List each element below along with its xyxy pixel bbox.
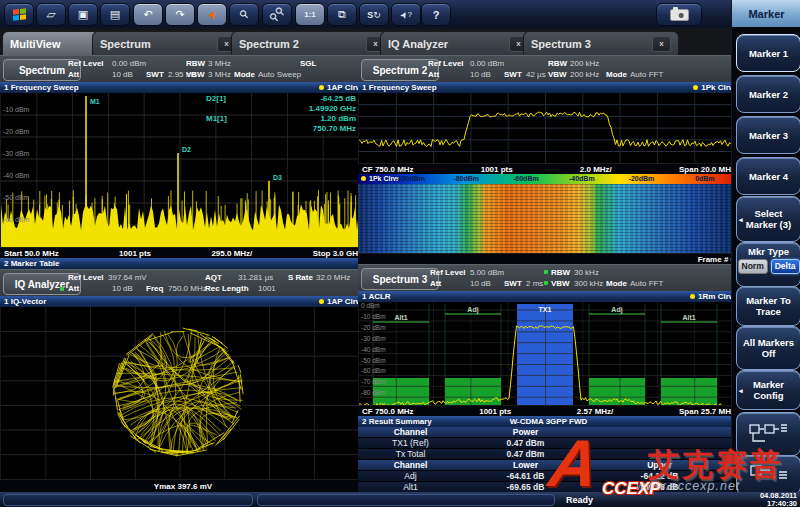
- svg-text:M1: M1: [90, 98, 100, 105]
- y-axis-tick: -40 dBm: [361, 346, 386, 353]
- label: AQT: [205, 273, 222, 282]
- print-button[interactable]: ▤: [100, 3, 130, 26]
- axis-per-division: 2.57 MHz/: [577, 407, 613, 416]
- svg-text:Alt1: Alt1: [682, 314, 695, 321]
- spectrogram-waterfall[interactable]: [358, 184, 731, 253]
- marker-table-titlebar[interactable]: 2 Marker Table: [0, 258, 366, 269]
- cell: Adj: [358, 471, 463, 481]
- value: 5.00 dBm: [470, 268, 504, 277]
- open-file-button[interactable]: ▱: [36, 3, 66, 26]
- value: 397.64 mV: [108, 273, 147, 282]
- y-axis-tick: -70 dBm: [361, 378, 386, 385]
- table-row: TX1 (Ref) 0.47 dBm: [358, 438, 731, 449]
- aclr-chart[interactable]: Alt1AdjTX1AdjAlt1 0 dBm-10 dBm-20 dBm-30…: [358, 302, 732, 405]
- window-title: 1 IQ-Vector: [4, 297, 46, 306]
- redo-button[interactable]: ↷: [165, 3, 195, 26]
- select-tool-button[interactable]: ➤: [197, 3, 227, 26]
- softkey-marker-2[interactable]: Marker 2: [736, 75, 800, 113]
- trace-label: 1Pk Clrw: [701, 83, 735, 92]
- aclr-window-titlebar[interactable]: 1 ACLR 1Rm Clrw: [358, 291, 739, 302]
- label: RBW: [186, 59, 205, 68]
- trace-color-dot: [361, 176, 366, 181]
- label: Mode: [606, 70, 627, 79]
- spectrum3-chip[interactable]: Spectrum 3: [361, 268, 439, 290]
- zoom-area-button[interactable]: ⚲: [229, 3, 259, 26]
- spectrum1-chart[interactable]: M1D2D3 D2[1]-64.25 dB 1.49920 GHz M1[1]1…: [0, 93, 359, 247]
- window-title: 1 Frequency Sweep: [4, 83, 79, 92]
- iq-header: IQ Analyzer Ref Level 397.64 mV AQT 31.2…: [0, 269, 358, 298]
- softkey-marker-type[interactable]: Mkr Type Norm Delta: [736, 242, 800, 287]
- result-summary-titlebar[interactable]: 2 Result Summary W-CDMA 3GPP FWD: [358, 416, 739, 427]
- value: 300 kHz: [574, 279, 603, 288]
- axis-points: 1001 pts: [479, 407, 511, 416]
- label: Ref Level: [68, 273, 104, 282]
- display-config-button[interactable]: ⧉: [327, 3, 357, 26]
- y-axis-tick: -50 dBm: [3, 194, 29, 201]
- value: 10 dB: [470, 279, 491, 288]
- help-button[interactable]: ?: [421, 3, 451, 26]
- tab-spectrum-3[interactable]: Spectrum 3x: [523, 31, 679, 55]
- softkey-select-marker[interactable]: ◂Select Marker (3): [736, 196, 800, 242]
- marker-type-delta-toggle[interactable]: Delta: [771, 259, 800, 274]
- legend-tick: 0dBm: [695, 175, 714, 182]
- value: 0.00 dBm: [470, 59, 504, 68]
- multi-zoom-button[interactable]: ⚲⚲: [262, 3, 292, 26]
- status-green-dot: [60, 287, 64, 291]
- trace-color-dot: [319, 299, 324, 304]
- window-title: 2 Result Summary: [362, 417, 432, 426]
- spectrum1-window-titlebar[interactable]: 1 Frequency Sweep 1AP Clrw: [0, 82, 366, 93]
- column-header: Lower: [463, 460, 588, 470]
- iq-window-titlebar[interactable]: 1 IQ-Vector 1AP Clrw: [0, 296, 366, 307]
- measurement-standard: W-CDMA 3GPP FWD: [510, 417, 588, 426]
- undo-button[interactable]: ↶: [133, 3, 163, 26]
- softkey-overview[interactable]: [736, 455, 800, 495]
- column-header: Power: [463, 427, 588, 437]
- spectrum2-chart[interactable]: [358, 93, 732, 163]
- zoom-one-to-one-button[interactable]: 1:1: [295, 3, 325, 26]
- spectrogram-color-legend: 1Pk Clrw -100dBm-80dBm-60dBm-40dBm-20dBm…: [358, 174, 731, 184]
- tab-label: Spectrum 3: [531, 38, 591, 50]
- axis-points: 1001 pts: [119, 249, 151, 258]
- softkey-marker-config[interactable]: ◂Marker Config: [736, 370, 800, 410]
- tab-spectrum-2[interactable]: Spectrum 2x: [231, 31, 393, 55]
- left-arrow-icon: ◂: [739, 385, 743, 396]
- iq-vector-chart[interactable]: [0, 307, 359, 479]
- legend-tick: -100dBm: [395, 175, 425, 182]
- save-button[interactable]: ▣: [68, 3, 98, 26]
- tab-label: Spectrum 2: [239, 38, 299, 50]
- split-display-icon: ⧉: [338, 8, 346, 21]
- tab-spectrum[interactable]: Spectrumx: [92, 31, 244, 55]
- screenshot-button[interactable]: [656, 3, 702, 26]
- windows-start-button[interactable]: [4, 3, 34, 26]
- cell: -64.61 dB: [463, 471, 588, 481]
- marker-type-norm-toggle[interactable]: Norm: [738, 259, 768, 274]
- marker-value: 1.20 dBm: [320, 114, 356, 123]
- softkey-label: Marker Config: [739, 379, 798, 401]
- softkey-marker-3[interactable]: Marker 3: [736, 116, 800, 154]
- softkey-marker-1[interactable]: Marker 1: [736, 34, 800, 72]
- status-green-dot: [544, 281, 548, 285]
- softkey-marker-to-trace[interactable]: Marker To Trace: [736, 286, 800, 326]
- spectrum1-header: Spectrum Ref Level 0.00 dBm RBW 3 MHz SG…: [0, 55, 358, 84]
- softkey-label: Mkr Type: [748, 246, 789, 257]
- spectrum2-window-titlebar[interactable]: 1 Frequency Sweep 1Pk Clrw: [358, 82, 739, 93]
- trace-label: 1Pk Clrw: [369, 175, 399, 182]
- softkey-all-markers-off[interactable]: All Markers Off: [736, 326, 800, 370]
- context-help-button[interactable]: ➤?: [391, 3, 421, 26]
- softkey-display-layout[interactable]: [736, 412, 800, 456]
- svg-text:Adj: Adj: [611, 306, 622, 314]
- softkey-marker-4[interactable]: Marker 4: [736, 157, 800, 195]
- label: SWT: [504, 279, 522, 288]
- tab-multiview[interactable]: MultiView: [2, 31, 104, 55]
- cell: Alt1: [358, 482, 463, 492]
- y-axis-tick: -30 dBm: [3, 150, 29, 157]
- tab-iq-analyzer[interactable]: IQ Analyzerx: [380, 31, 536, 55]
- status-bar: Ready 04.08.2011 17:40:30: [0, 492, 800, 507]
- save-icon: ▣: [78, 8, 88, 21]
- tab-close-icon[interactable]: x: [652, 36, 671, 52]
- spectrum2-header: Spectrum 2 Ref Level 0.00 dBm RBW 200 kH…: [358, 55, 731, 84]
- frame-counter: Frame # 0: [698, 255, 735, 264]
- legend-tick: -20dBm: [629, 175, 655, 182]
- sequencer-button[interactable]: S↻: [359, 3, 389, 26]
- sgl-flag: SGL: [300, 59, 316, 68]
